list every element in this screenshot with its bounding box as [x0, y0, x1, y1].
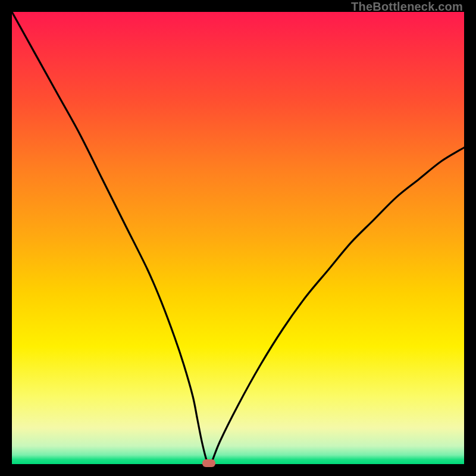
bottleneck-curve	[12, 12, 464, 464]
min-marker	[202, 459, 215, 467]
chart-frame: TheBottleneck.com	[0, 0, 476, 476]
plot-area	[12, 12, 464, 464]
